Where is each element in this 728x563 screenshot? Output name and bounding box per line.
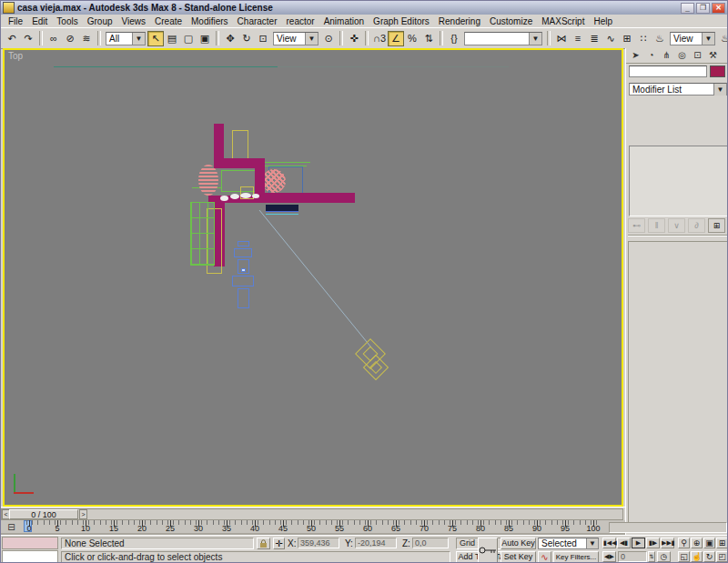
mirror-icon[interactable]: ⋈ [553,31,570,46]
key-mode-toggle[interactable]: ◀▶ [602,551,616,562]
render-type-combo[interactable]: View▼ [670,32,715,45]
time-slider-track[interactable] [1,508,623,520]
minimize-button[interactable]: _ [681,3,694,14]
menu-file[interactable]: File [4,16,27,26]
menu-animation[interactable]: Animation [319,16,369,26]
show-end-result-icon[interactable]: ‖ [648,218,665,233]
y-coord-field[interactable] [355,538,397,548]
use-pivot-point-center-icon[interactable]: ⊙ [320,31,337,46]
select-and-manipulate-icon[interactable]: ✜ [346,31,362,46]
set-keys-button[interactable] [478,538,498,563]
frame-spinner[interactable]: ⇅ [648,551,655,562]
layer-manager-icon[interactable]: ≣ [586,31,602,46]
unlink-selection-icon[interactable]: ⊘ [62,31,78,46]
chevron-down-icon[interactable]: ▼ [305,33,318,45]
key-selection-combo[interactable]: Selected ▼ [538,538,599,549]
menu-create[interactable]: Create [150,16,187,26]
tab-utilities[interactable]: ⚒ [705,49,721,62]
tab-display[interactable]: ⊡ [690,49,705,62]
open-mini-curve-editor-icon[interactable]: ⊟ [4,522,19,532]
menu-maxscript[interactable]: MAXScript [537,16,589,26]
menu-views[interactable]: Views [117,16,151,26]
configure-modifier-sets-icon[interactable]: ⊞ [708,218,725,233]
menu-customize[interactable]: Customize [485,16,537,26]
redo-icon[interactable]: ↷ [20,31,36,46]
absolute-offset-toggle[interactable]: ✛ [273,538,285,549]
menu-reactor[interactable]: reactor [282,16,319,26]
time-slider-handle[interactable]: 0 / 100 [9,509,78,519]
curve-editor-icon[interactable]: ∿ [602,31,619,46]
angle-snap-toggle-icon[interactable]: ∠ [388,31,404,46]
make-unique-icon[interactable]: ∨ [668,218,685,233]
maxscript-mini-listener-white[interactable] [2,550,58,563]
spinner-snap-icon[interactable]: ⇅ [420,31,437,46]
maxscript-mini-listener-pink[interactable] [2,537,58,549]
snaps-toggle-icon[interactable]: ∩3 [371,31,388,46]
min-max-toggle-icon[interactable]: ◰ [716,551,728,562]
chevron-down-icon[interactable]: ▼ [529,33,541,45]
select-and-rotate-icon[interactable]: ↻ [238,31,255,46]
select-and-move-icon[interactable]: ✥ [222,31,238,46]
material-editor-icon[interactable]: ∷ [635,31,652,46]
default-tangent-button[interactable]: ∿ [538,551,551,563]
zoom-extents-icon[interactable]: ▣ [703,538,715,548]
selection-filter-combo[interactable]: All▼ [106,32,146,45]
select-object-icon[interactable]: ↖ [147,31,164,46]
tab-hierarchy[interactable]: ⋔ [659,49,674,62]
chevron-down-icon[interactable]: ▼ [132,33,145,45]
schematic-view-icon[interactable]: ⊞ [619,31,635,46]
play-animation-icon[interactable]: ▶ [632,538,645,548]
named-selection-sets-combo[interactable]: ▼ [464,32,542,45]
menu-rendering[interactable]: Rendering [434,16,485,26]
auto-key-button[interactable]: Auto Key [500,538,536,549]
rectangular-selection-region-icon[interactable]: ▢ [180,31,197,46]
chevron-down-icon[interactable]: ▼ [586,538,598,548]
go-to-start-icon[interactable]: ▮◀◀ [602,538,616,548]
region-zoom-icon[interactable]: ◱ [678,551,690,562]
object-name-input[interactable] [629,65,707,77]
set-key-button[interactable]: Set Key [500,551,536,563]
x-coord-field[interactable] [298,538,339,548]
z-coord-field[interactable] [412,538,449,548]
undo-icon[interactable]: ↶ [4,31,20,46]
menu-edit[interactable]: Edit [27,16,52,26]
chevron-down-icon[interactable]: ▼ [713,84,726,96]
track-bar-ruler[interactable]: 0510152025303540455055606570758085909510… [23,520,605,533]
quick-render-icon[interactable]: ♨ [717,31,727,46]
bind-to-space-warp-icon[interactable]: ≋ [78,31,95,46]
align-icon[interactable]: ≡ [570,31,586,46]
pin-stack-icon[interactable]: ⊷ [628,218,645,233]
menu-tools[interactable]: Tools [52,16,82,26]
go-to-end-icon[interactable]: ▶▶▮ [661,538,674,548]
modifier-list-combo[interactable]: Modifier List ▼ [629,83,727,96]
select-by-name-icon[interactable]: ▤ [164,31,180,46]
key-filters-button[interactable]: Key Filters... [553,551,599,563]
menu-graph-editors[interactable]: Graph Editors [369,16,434,26]
render-scene-icon[interactable]: ♨ [652,31,668,46]
restore-button[interactable]: ❐ [696,3,710,14]
next-frame-icon[interactable]: ▮▶ [646,538,660,548]
arc-rotate-icon[interactable]: ↻ [703,551,715,562]
menu-modifiers[interactable]: Modifiers [187,16,233,26]
modifier-stack-list[interactable] [629,146,728,216]
tab-create[interactable]: ➤ [628,49,643,62]
percent-snap-icon[interactable]: % [404,31,420,46]
time-configuration-button[interactable]: ◷ [657,551,671,562]
zoom-icon[interactable]: ⚲ [678,538,690,548]
menu-character[interactable]: Character [233,16,282,26]
edit-named-selection-sets-icon[interactable]: {} [446,31,462,46]
chevron-down-icon[interactable]: ▼ [702,33,714,45]
select-and-link-icon[interactable]: ∞ [46,31,62,46]
remove-modifier-icon[interactable]: ∂ [688,218,705,233]
pan-icon[interactable]: ☝ [691,551,703,562]
viewport-top[interactable]: Top [3,48,623,507]
close-button[interactable]: ✕ [712,3,725,14]
menu-help[interactable]: Help [589,16,617,26]
reference-coordinate-system-combo[interactable]: View▼ [273,32,318,45]
window-crossing-icon[interactable]: ▣ [197,31,213,46]
zoom-extents-all-icon[interactable]: ⊞ [716,538,728,548]
zoom-all-icon[interactable]: ⊕ [691,538,703,548]
menu-group[interactable]: Group [83,16,117,26]
tab-motion[interactable]: ◎ [674,49,690,62]
next-frame-arrow[interactable]: > [79,509,87,519]
